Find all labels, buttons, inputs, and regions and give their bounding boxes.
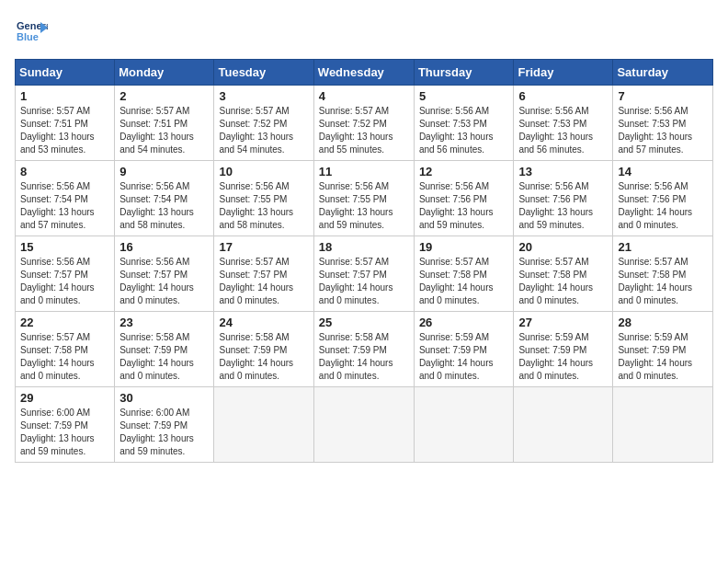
calendar-cell: 18Sunrise: 5:57 AM Sunset: 7:57 PM Dayli…	[313, 236, 414, 312]
day-info: Sunrise: 5:56 AM Sunset: 7:56 PM Dayligh…	[518, 180, 608, 232]
day-number: 19	[419, 240, 509, 254]
col-header-tuesday: Tuesday	[214, 60, 313, 86]
day-number: 24	[219, 316, 308, 329]
calendar-cell	[613, 387, 713, 463]
calendar-cell: 24Sunrise: 5:58 AM Sunset: 7:59 PM Dayli…	[214, 312, 313, 387]
calendar-cell	[214, 387, 313, 463]
day-info: Sunrise: 5:56 AM Sunset: 7:54 PM Dayligh…	[20, 180, 109, 232]
day-info: Sunrise: 5:57 AM Sunset: 7:58 PM Dayligh…	[518, 256, 608, 307]
day-info: Sunrise: 5:57 AM Sunset: 7:51 PM Dayligh…	[119, 105, 209, 156]
day-number: 6	[518, 89, 608, 103]
day-info: Sunrise: 5:59 AM Sunset: 7:59 PM Dayligh…	[618, 331, 708, 383]
calendar-cell: 21Sunrise: 5:57 AM Sunset: 7:58 PM Dayli…	[613, 236, 713, 312]
day-info: Sunrise: 5:59 AM Sunset: 7:59 PM Dayligh…	[518, 331, 608, 383]
calendar-cell: 9Sunrise: 5:56 AM Sunset: 7:54 PM Daylig…	[115, 161, 214, 236]
day-info: Sunrise: 5:56 AM Sunset: 7:55 PM Dayligh…	[319, 180, 409, 232]
day-number: 16	[119, 240, 209, 254]
day-number: 30	[119, 391, 209, 405]
calendar-cell: 17Sunrise: 5:57 AM Sunset: 7:57 PM Dayli…	[214, 236, 313, 312]
day-number: 29	[20, 391, 109, 405]
day-number: 10	[219, 165, 308, 178]
calendar-cell: 5Sunrise: 5:56 AM Sunset: 7:53 PM Daylig…	[414, 86, 514, 161]
calendar-cell: 27Sunrise: 5:59 AM Sunset: 7:59 PM Dayli…	[514, 312, 613, 387]
day-number: 25	[319, 316, 409, 329]
day-info: Sunrise: 5:58 AM Sunset: 7:59 PM Dayligh…	[119, 331, 209, 383]
day-number: 5	[419, 89, 509, 103]
day-number: 12	[419, 165, 509, 178]
calendar-header-row: SundayMondayTuesdayWednesdayThursdayFrid…	[16, 60, 713, 86]
day-info: Sunrise: 5:56 AM Sunset: 7:57 PM Dayligh…	[20, 256, 109, 307]
day-info: Sunrise: 5:57 AM Sunset: 7:58 PM Dayligh…	[419, 256, 509, 307]
day-info: Sunrise: 5:59 AM Sunset: 7:59 PM Dayligh…	[419, 331, 509, 383]
day-info: Sunrise: 5:56 AM Sunset: 7:56 PM Dayligh…	[419, 180, 509, 232]
calendar-cell	[313, 387, 414, 463]
col-header-monday: Monday	[115, 60, 214, 86]
day-number: 2	[119, 89, 209, 103]
calendar-cell: 19Sunrise: 5:57 AM Sunset: 7:58 PM Dayli…	[414, 236, 514, 312]
day-number: 28	[618, 316, 708, 329]
col-header-friday: Friday	[514, 60, 613, 86]
calendar-cell: 6Sunrise: 5:56 AM Sunset: 7:53 PM Daylig…	[514, 86, 613, 161]
col-header-saturday: Saturday	[613, 60, 713, 86]
calendar-cell: 20Sunrise: 5:57 AM Sunset: 7:58 PM Dayli…	[514, 236, 613, 312]
day-number: 20	[518, 240, 608, 254]
day-number: 1	[20, 89, 109, 103]
calendar-cell: 16Sunrise: 5:56 AM Sunset: 7:57 PM Dayli…	[115, 236, 214, 312]
day-info: Sunrise: 6:00 AM Sunset: 7:59 PM Dayligh…	[119, 407, 209, 458]
day-info: Sunrise: 5:57 AM Sunset: 7:57 PM Dayligh…	[219, 256, 308, 307]
week-row-2: 15Sunrise: 5:56 AM Sunset: 7:57 PM Dayli…	[16, 236, 713, 312]
col-header-sunday: Sunday	[16, 60, 115, 86]
day-info: Sunrise: 5:56 AM Sunset: 7:55 PM Dayligh…	[219, 180, 308, 232]
day-number: 14	[618, 165, 708, 178]
logo-icon: General Blue	[15, 15, 48, 48]
col-header-wednesday: Wednesday	[313, 60, 414, 86]
day-number: 3	[219, 89, 308, 103]
day-info: Sunrise: 5:57 AM Sunset: 7:52 PM Dayligh…	[219, 105, 308, 156]
calendar-cell: 29Sunrise: 6:00 AM Sunset: 7:59 PM Dayli…	[16, 387, 115, 463]
calendar-cell: 4Sunrise: 5:57 AM Sunset: 7:52 PM Daylig…	[313, 86, 414, 161]
day-info: Sunrise: 5:58 AM Sunset: 7:59 PM Dayligh…	[219, 331, 308, 383]
day-number: 7	[618, 89, 708, 103]
day-info: Sunrise: 5:57 AM Sunset: 7:58 PM Dayligh…	[618, 256, 708, 307]
calendar-cell: 28Sunrise: 5:59 AM Sunset: 7:59 PM Dayli…	[613, 312, 713, 387]
day-info: Sunrise: 5:57 AM Sunset: 7:51 PM Dayligh…	[20, 105, 109, 156]
calendar-cell: 11Sunrise: 5:56 AM Sunset: 7:55 PM Dayli…	[313, 161, 414, 236]
day-info: Sunrise: 5:57 AM Sunset: 7:52 PM Dayligh…	[319, 105, 409, 156]
day-number: 4	[319, 89, 409, 103]
calendar-cell: 14Sunrise: 5:56 AM Sunset: 7:56 PM Dayli…	[613, 161, 713, 236]
day-number: 9	[119, 165, 209, 178]
calendar-cell: 3Sunrise: 5:57 AM Sunset: 7:52 PM Daylig…	[214, 86, 313, 161]
day-number: 8	[20, 165, 109, 178]
day-number: 23	[119, 316, 209, 329]
svg-text:Blue: Blue	[17, 31, 39, 42]
day-info: Sunrise: 5:56 AM Sunset: 7:56 PM Dayligh…	[618, 180, 708, 232]
day-info: Sunrise: 5:56 AM Sunset: 7:53 PM Dayligh…	[618, 105, 708, 156]
day-number: 22	[20, 316, 109, 329]
calendar-cell: 7Sunrise: 5:56 AM Sunset: 7:53 PM Daylig…	[613, 86, 713, 161]
calendar-cell: 2Sunrise: 5:57 AM Sunset: 7:51 PM Daylig…	[115, 86, 214, 161]
day-info: Sunrise: 5:56 AM Sunset: 7:57 PM Dayligh…	[119, 256, 209, 307]
calendar: SundayMondayTuesdayWednesdayThursdayFrid…	[15, 59, 713, 463]
calendar-cell: 15Sunrise: 5:56 AM Sunset: 7:57 PM Dayli…	[16, 236, 115, 312]
week-row-4: 29Sunrise: 6:00 AM Sunset: 7:59 PM Dayli…	[16, 387, 713, 463]
day-info: Sunrise: 5:56 AM Sunset: 7:54 PM Dayligh…	[119, 180, 209, 232]
day-info: Sunrise: 6:00 AM Sunset: 7:59 PM Dayligh…	[20, 407, 109, 458]
calendar-cell: 10Sunrise: 5:56 AM Sunset: 7:55 PM Dayli…	[214, 161, 313, 236]
day-info: Sunrise: 5:57 AM Sunset: 7:57 PM Dayligh…	[319, 256, 409, 307]
calendar-cell	[414, 387, 514, 463]
calendar-cell: 1Sunrise: 5:57 AM Sunset: 7:51 PM Daylig…	[16, 86, 115, 161]
day-info: Sunrise: 5:57 AM Sunset: 7:58 PM Dayligh…	[20, 331, 109, 383]
week-row-1: 8Sunrise: 5:56 AM Sunset: 7:54 PM Daylig…	[16, 161, 713, 236]
day-number: 18	[319, 240, 409, 254]
week-row-3: 22Sunrise: 5:57 AM Sunset: 7:58 PM Dayli…	[16, 312, 713, 387]
calendar-cell: 12Sunrise: 5:56 AM Sunset: 7:56 PM Dayli…	[414, 161, 514, 236]
header: General Blue	[15, 15, 713, 48]
col-header-thursday: Thursday	[414, 60, 514, 86]
day-info: Sunrise: 5:56 AM Sunset: 7:53 PM Dayligh…	[419, 105, 509, 156]
day-number: 17	[219, 240, 308, 254]
day-info: Sunrise: 5:56 AM Sunset: 7:53 PM Dayligh…	[518, 105, 608, 156]
calendar-cell: 8Sunrise: 5:56 AM Sunset: 7:54 PM Daylig…	[16, 161, 115, 236]
calendar-cell	[514, 387, 613, 463]
calendar-cell: 22Sunrise: 5:57 AM Sunset: 7:58 PM Dayli…	[16, 312, 115, 387]
calendar-cell: 23Sunrise: 5:58 AM Sunset: 7:59 PM Dayli…	[115, 312, 214, 387]
